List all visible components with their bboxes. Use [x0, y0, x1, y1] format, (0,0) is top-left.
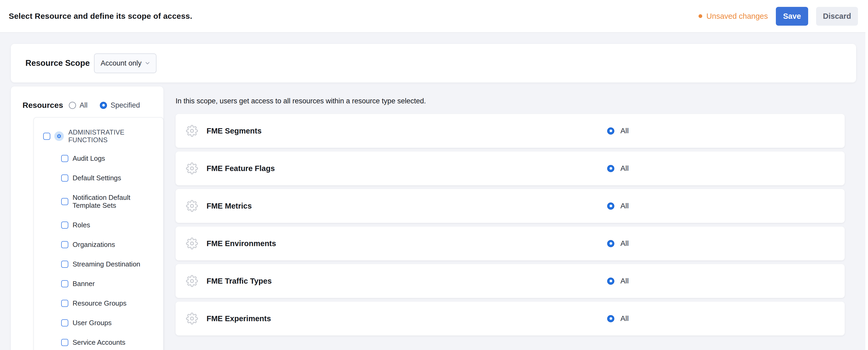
- resource-item-label: User Groups: [72, 319, 112, 327]
- resource-item[interactable]: Notification Default Template Sets: [61, 194, 158, 209]
- resource-scope-label: Resource Scope: [25, 59, 90, 68]
- access-all-label: All: [620, 127, 629, 135]
- item-checkbox[interactable]: [61, 319, 68, 326]
- unsaved-changes-label: Unsaved changes: [707, 12, 768, 21]
- resource-type-row: FME Experiments All: [176, 302, 845, 336]
- access-all-option[interactable]: All: [607, 202, 629, 210]
- resources-mode-all-label: All: [80, 101, 87, 109]
- resource-item[interactable]: Roles: [61, 221, 158, 229]
- access-all-option[interactable]: All: [607, 164, 629, 173]
- resource-item-label: Resource Groups: [72, 299, 127, 307]
- resource-item[interactable]: User Groups: [61, 319, 158, 327]
- chevron-down-icon: [144, 60, 151, 66]
- resources-checkbox-list: ADMINISTRATIVE FUNCTIONS Audit Logs Defa…: [33, 117, 164, 350]
- scope-description: In this scope, users get access to all r…: [176, 97, 426, 105]
- resources-title: Resources: [23, 101, 63, 110]
- radio-selected-icon[interactable]: [607, 240, 614, 247]
- resource-type-rows: FME Segments All FME Feature Flags All F…: [176, 114, 845, 336]
- access-all-option[interactable]: All: [607, 127, 629, 135]
- resource-item-label: Banner: [72, 280, 95, 288]
- radio-selected-icon[interactable]: [100, 102, 107, 109]
- radio-selected-icon[interactable]: [607, 203, 614, 210]
- resource-scope-card: Resource Scope Account only: [11, 44, 856, 82]
- resource-item[interactable]: Audit Logs: [61, 154, 158, 162]
- gear-icon: [186, 162, 198, 174]
- resource-item-label: Streaming Destination: [72, 260, 140, 268]
- resource-item-label: Notification Default Template Sets: [72, 194, 158, 209]
- unsaved-changes-status: Unsaved changes: [699, 12, 768, 21]
- page-scrollbar[interactable]: [865, 0, 868, 350]
- item-checkbox[interactable]: [61, 241, 68, 248]
- access-all-label: All: [620, 277, 629, 285]
- discard-button[interactable]: Discard: [816, 7, 858, 26]
- item-checkbox[interactable]: [61, 174, 68, 182]
- item-checkbox[interactable]: [61, 261, 68, 268]
- resource-type-label: FME Traffic Types: [207, 277, 272, 285]
- gear-icon: [186, 200, 198, 212]
- group-checkbox[interactable]: [43, 133, 50, 140]
- item-checkbox[interactable]: [61, 280, 68, 287]
- resources-mode-radio-group: All Specified: [69, 101, 140, 109]
- resources-mode-all[interactable]: All: [69, 101, 87, 109]
- resource-item[interactable]: Resource Groups: [61, 299, 158, 307]
- gear-icon: [186, 125, 198, 137]
- resource-type-label: FME Feature Flags: [207, 164, 275, 173]
- admin-functions-badge: [54, 131, 64, 141]
- resources-mode-specified[interactable]: Specified: [100, 101, 140, 109]
- radio-selected-icon[interactable]: [607, 315, 614, 322]
- radio-selected-icon[interactable]: [607, 128, 614, 135]
- access-all-label: All: [620, 239, 629, 248]
- gear-icon: [186, 237, 198, 250]
- item-checkbox[interactable]: [61, 221, 68, 229]
- resource-item[interactable]: Streaming Destination: [61, 260, 158, 268]
- topbar-actions: Unsaved changes Save Discard: [699, 7, 858, 26]
- item-checkbox[interactable]: [61, 198, 68, 205]
- resources-header: Resources All Specified: [23, 101, 163, 110]
- resource-item-label: Audit Logs: [72, 154, 105, 162]
- resource-type-row: FME Traffic Types All: [176, 264, 845, 298]
- radio-unselected-icon[interactable]: [69, 102, 76, 109]
- resource-item[interactable]: Default Settings: [61, 174, 158, 182]
- item-checkbox[interactable]: [61, 155, 68, 162]
- resource-item-label: Service Accounts: [72, 338, 125, 346]
- item-checkbox[interactable]: [61, 339, 68, 346]
- resource-type-label: FME Environments: [207, 239, 276, 248]
- resource-item-label: Organizations: [72, 241, 115, 248]
- access-all-label: All: [620, 202, 629, 210]
- access-all-option[interactable]: All: [607, 239, 629, 248]
- resource-type-row: FME Feature Flags All: [176, 151, 845, 185]
- save-button[interactable]: Save: [776, 7, 808, 26]
- access-all-option[interactable]: All: [607, 314, 629, 323]
- resource-item-label: Roles: [72, 221, 90, 229]
- resource-group-label: ADMINISTRATIVE FUNCTIONS: [68, 129, 158, 144]
- resource-type-label: FME Metrics: [207, 202, 252, 210]
- radio-selected-icon[interactable]: [607, 278, 614, 285]
- resource-item[interactable]: Banner: [61, 280, 158, 288]
- resource-type-row: FME Metrics All: [176, 189, 845, 223]
- gear-icon: [186, 312, 198, 325]
- resource-scope-selected-value: Account only: [101, 59, 142, 67]
- resources-panel: Resources All Specified ADMINISTRATIVE F…: [11, 86, 163, 350]
- resource-type-row: FME Segments All: [176, 114, 845, 148]
- top-action-bar: Select Resource and define its scope of …: [0, 0, 868, 33]
- resource-group-row[interactable]: ADMINISTRATIVE FUNCTIONS: [43, 129, 158, 144]
- resources-mode-specified-label: Specified: [111, 101, 140, 109]
- resource-type-row: FME Environments All: [176, 226, 845, 260]
- resource-type-label: FME Experiments: [207, 314, 271, 323]
- resource-items: Audit Logs Default Settings Notification…: [43, 154, 158, 350]
- resource-item[interactable]: Service Accounts: [61, 338, 158, 346]
- radio-selected-icon[interactable]: [607, 165, 614, 172]
- resource-scope-dropdown[interactable]: Account only: [94, 54, 156, 73]
- access-all-label: All: [620, 164, 629, 173]
- unsaved-dot-icon: [699, 14, 702, 18]
- page-title: Select Resource and define its scope of …: [9, 12, 192, 21]
- access-all-label: All: [620, 314, 629, 323]
- resource-item-label: Default Settings: [72, 174, 121, 182]
- access-all-option[interactable]: All: [607, 277, 629, 285]
- gear-icon: [56, 134, 62, 139]
- resource-item[interactable]: Organizations: [61, 241, 158, 248]
- resource-type-label: FME Segments: [207, 127, 261, 135]
- gear-icon: [186, 275, 198, 287]
- item-checkbox[interactable]: [61, 300, 68, 307]
